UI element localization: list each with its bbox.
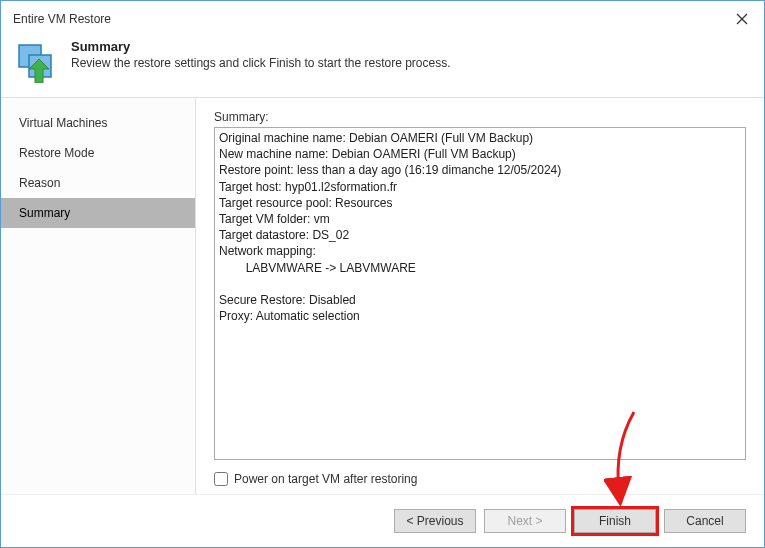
close-button[interactable]	[732, 9, 752, 29]
header-title: Summary	[71, 39, 451, 54]
sidebar-item-summary[interactable]: Summary	[1, 198, 195, 228]
summary-label: Summary:	[214, 110, 746, 124]
wizard-content: Summary: Original machine name: Debian O…	[196, 98, 764, 494]
window-title: Entire VM Restore	[13, 12, 111, 26]
sidebar-item-vms[interactable]: Virtual Machines	[1, 108, 195, 138]
power-on-checkbox[interactable]	[214, 472, 228, 486]
wizard-sidebar: Virtual Machines Restore Mode Reason Sum…	[1, 98, 196, 494]
restore-wizard-window: Entire VM Restore Summary Review the res…	[0, 0, 765, 548]
sidebar-item-reason[interactable]: Reason	[1, 168, 195, 198]
wizard-footer: < Previous Next > Finish Cancel	[1, 494, 764, 547]
titlebar: Entire VM Restore	[1, 1, 764, 33]
next-button: Next >	[484, 509, 566, 533]
wizard-body: Virtual Machines Restore Mode Reason Sum…	[1, 97, 764, 494]
header-text: Summary Review the restore settings and …	[71, 39, 451, 70]
finish-button[interactable]: Finish	[574, 509, 656, 533]
power-on-checkbox-row[interactable]: Power on target VM after restoring	[214, 472, 746, 486]
power-on-checkbox-label: Power on target VM after restoring	[234, 472, 417, 486]
summary-textbox[interactable]: Original machine name: Debian OAMERI (Fu…	[214, 127, 746, 460]
close-icon	[736, 13, 748, 25]
sidebar-item-restore-mode[interactable]: Restore Mode	[1, 138, 195, 168]
wizard-header: Summary Review the restore settings and …	[1, 33, 764, 97]
restore-icon	[15, 39, 59, 83]
previous-button[interactable]: < Previous	[394, 509, 476, 533]
header-subtitle: Review the restore settings and click Fi…	[71, 56, 451, 70]
cancel-button[interactable]: Cancel	[664, 509, 746, 533]
